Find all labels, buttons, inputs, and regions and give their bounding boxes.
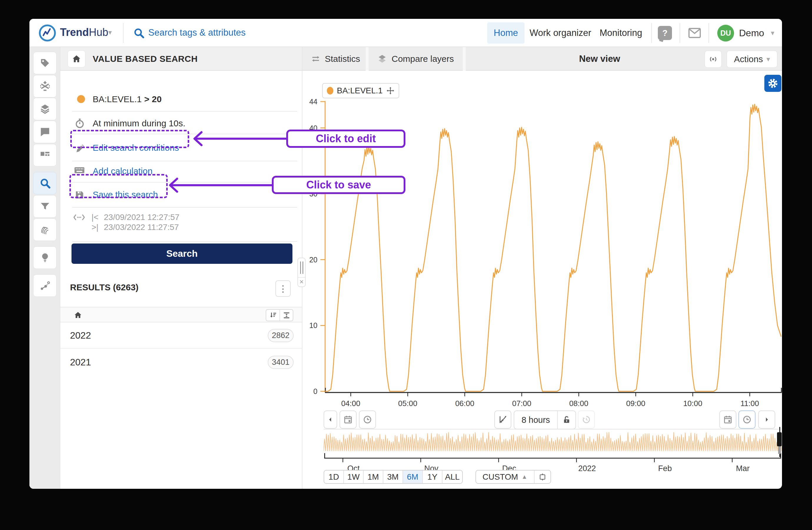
results-kebab-menu-button[interactable]: ⋮ — [275, 280, 291, 297]
range-1y[interactable]: 1Y — [423, 471, 443, 483]
avatar[interactable]: DU — [717, 25, 734, 42]
rail-search-icon[interactable] — [33, 172, 57, 194]
calendar-end-button[interactable] — [719, 410, 736, 429]
collapse-rows-icon[interactable] — [279, 310, 293, 321]
calendar-start-button[interactable] — [339, 410, 357, 429]
view-title: New view — [555, 47, 644, 71]
svg-text:07:00: 07:00 — [512, 399, 531, 408]
stopwatch-icon — [74, 118, 85, 130]
svg-text:11:00: 11:00 — [740, 399, 759, 408]
time-range-icon — [73, 212, 86, 224]
result-row-2022[interactable]: 2022 2862 — [60, 322, 302, 349]
range-6m[interactable]: 6M — [403, 471, 423, 483]
user-chevron-down-icon[interactable]: ▾ — [771, 29, 774, 37]
svg-text:0: 0 — [313, 387, 317, 395]
compare-layers-button[interactable]: Compare layers — [368, 47, 462, 71]
window-handle[interactable] — [777, 432, 782, 446]
rail-tag-icon[interactable] — [33, 52, 57, 74]
actions-button[interactable]: Actions ▾ — [727, 51, 777, 68]
series-color-dot — [327, 87, 333, 95]
rail-layers-icon[interactable] — [33, 98, 57, 120]
divider — [680, 23, 680, 43]
custom-range-button[interactable]: CUSTOM ▲ — [476, 471, 534, 483]
rail-comments-icon[interactable] — [33, 121, 57, 143]
overview-strip[interactable] — [324, 429, 782, 452]
trend-chart[interactable]: 4440302010004:0005:0006:0007:0008:0009:0… — [303, 71, 782, 418]
history-button[interactable] — [578, 410, 595, 429]
app-window: TrendHub ▾ Search tags & attributes Home… — [29, 19, 782, 489]
pan-right-button[interactable] — [758, 410, 775, 429]
results-heading: RESULTS (6263) — [70, 282, 139, 292]
lock-icon[interactable] — [557, 411, 576, 429]
divider — [366, 47, 368, 71]
nav-work-organizer[interactable]: Work organizer — [530, 19, 591, 47]
rail-context-icon[interactable] — [33, 275, 57, 297]
click-to-save-callout: Click to save — [272, 176, 405, 194]
range-all[interactable]: ALL — [443, 471, 462, 483]
mail-icon[interactable] — [688, 27, 701, 40]
range-1m[interactable]: 1M — [364, 471, 383, 483]
divider — [72, 241, 297, 242]
range-1w[interactable]: 1W — [344, 471, 364, 483]
help-button[interactable]: ? — [658, 26, 672, 40]
chart-settings-gear-button[interactable] — [764, 75, 781, 92]
duration-button[interactable]: 8 hours — [514, 411, 557, 429]
window-handle-knob[interactable] — [778, 446, 781, 454]
rail-filter-icon[interactable] — [33, 195, 57, 218]
rail-fingerprint-icon[interactable] — [33, 219, 57, 241]
drag-handle[interactable] — [298, 258, 305, 278]
svg-text:04:00: 04:00 — [341, 399, 360, 408]
home-column-icon[interactable] — [74, 311, 82, 321]
edit-search-conditions-link[interactable]: Edit search conditions — [93, 143, 179, 153]
expand-icon[interactable] — [534, 471, 550, 483]
nav-monitoring[interactable]: Monitoring — [599, 19, 642, 47]
panel-resize-handle: × — [298, 257, 306, 287]
range-end-value[interactable]: 23/03/2022 11:27:57 — [104, 223, 179, 232]
series-legend-chip[interactable]: BA:LEVEL.1 — [322, 83, 399, 98]
range-3m[interactable]: 3M — [383, 471, 403, 483]
svg-text:Mar: Mar — [736, 464, 750, 473]
divider — [708, 23, 709, 43]
save-icon — [74, 190, 85, 201]
add-calculation-link[interactable]: Add calculation — [93, 166, 153, 176]
sort-descending-icon[interactable] — [266, 310, 279, 321]
nav-home[interactable]: Home — [487, 23, 525, 44]
left-icon-rail — [29, 47, 60, 489]
result-year: 2022 — [70, 322, 91, 349]
clock-end-button[interactable] — [738, 410, 755, 429]
rail-calculations-icon[interactable] — [33, 75, 57, 97]
search-input[interactable]: Search tags & attributes — [148, 27, 246, 38]
series-color-dot — [77, 95, 85, 103]
brand-chevron-down-icon[interactable]: ▾ — [108, 28, 112, 37]
range-start-value[interactable]: 23/09/2021 12:27:57 — [104, 213, 179, 222]
divider — [463, 47, 466, 71]
chart-scale-button[interactable] — [494, 410, 511, 429]
user-menu[interactable]: Demo — [739, 19, 764, 47]
keyboard-icon — [74, 164, 85, 177]
rail-dashboard-icon[interactable] — [33, 144, 57, 166]
search-condition[interactable]: BA:LEVEL.1 > 20 — [93, 94, 161, 104]
clock-start-button[interactable] — [359, 410, 376, 429]
divider — [123, 23, 124, 43]
svg-text:09:00: 09:00 — [626, 399, 645, 408]
range-start-icon: |< — [91, 213, 99, 222]
save-this-search-link[interactable]: Save this search — [93, 190, 158, 200]
divider — [72, 182, 297, 183]
svg-text:Feb: Feb — [658, 464, 672, 473]
panel-close-button[interactable]: × — [298, 278, 305, 286]
svg-text:10: 10 — [309, 321, 317, 330]
panel-home-button[interactable] — [68, 50, 85, 67]
statistics-button[interactable]: Statistics — [302, 47, 368, 71]
pan-left-button[interactable] — [324, 410, 337, 429]
rail-recommendations-icon[interactable] — [33, 247, 57, 269]
move-icon[interactable] — [386, 86, 394, 95]
divider — [72, 207, 297, 208]
divider — [651, 23, 652, 43]
trendhub-logo-icon[interactable] — [38, 24, 57, 43]
result-row-2021[interactable]: 2021 3401 — [60, 349, 302, 375]
search-button[interactable]: Search — [72, 243, 292, 264]
actions-chevron-down-icon: ▾ — [766, 55, 770, 63]
brand-name: TrendHub — [60, 26, 108, 39]
live-broadcast-button[interactable] — [705, 51, 722, 68]
range-1d[interactable]: 1D — [324, 471, 344, 483]
